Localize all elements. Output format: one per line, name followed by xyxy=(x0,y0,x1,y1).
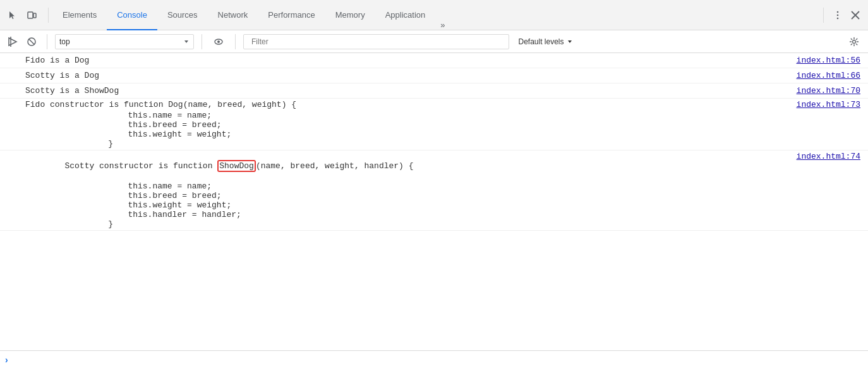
console-block-2-link[interactable]: index.html:74 xyxy=(792,150,868,163)
prompt-input[interactable] xyxy=(13,355,863,364)
filter-area xyxy=(243,34,509,49)
svg-marker-11 xyxy=(184,40,188,43)
gear-icon[interactable] xyxy=(845,34,863,49)
close-icon[interactable] xyxy=(848,8,863,23)
svg-point-15 xyxy=(853,40,856,43)
filter-input[interactable] xyxy=(246,34,506,49)
svg-point-13 xyxy=(217,40,220,43)
console-row-3-link[interactable]: index.html:70 xyxy=(792,85,868,97)
console-block-1-header: Fido constructor is function Dog(name, b… xyxy=(0,99,868,111)
console-block-1: Fido constructor is function Dog(name, b… xyxy=(0,99,868,150)
topbar-right xyxy=(819,8,863,23)
svg-line-10 xyxy=(29,39,35,44)
prompt-chevron-icon: › xyxy=(5,355,8,365)
console-row-2: Scotty is a Dog index.html:66 xyxy=(0,68,868,83)
levels-button[interactable]: Default levels xyxy=(513,34,577,49)
more-tabs-button[interactable]: » xyxy=(435,20,450,30)
console-block-2-header: Scotty constructor is function ShowDog(n… xyxy=(0,150,868,181)
svg-rect-0 xyxy=(28,12,33,18)
svg-rect-1 xyxy=(33,13,36,18)
console-output: Fido is a Dog index.html:56 Scotty is a … xyxy=(0,53,868,350)
cursor-icon[interactable] xyxy=(5,8,20,23)
topbar-divider xyxy=(48,8,49,23)
tab-memory[interactable]: Memory xyxy=(325,1,375,30)
svg-marker-7 xyxy=(9,38,16,46)
topbar-right-divider xyxy=(823,8,824,23)
execute-icon[interactable] xyxy=(5,34,20,49)
tab-console[interactable]: Console xyxy=(107,1,157,30)
console-row-3: Scotty is a ShowDog index.html:70 xyxy=(0,83,868,99)
tab-performance[interactable]: Performance xyxy=(258,1,325,30)
toolbar-divider2 xyxy=(202,34,202,49)
devtools-tabs: Elements Console Sources Network Perform… xyxy=(52,0,814,30)
console-row-2-link[interactable]: index.html:66 xyxy=(792,70,868,82)
toolbar-divider xyxy=(47,34,47,49)
console-block-2-header-pre: Scotty constructor is function xyxy=(64,161,217,171)
console-row-3-text: Scotty is a ShowDog xyxy=(0,85,792,97)
console-block-1-header-text: Fido constructor is function Dog(name, b… xyxy=(0,99,792,111)
svg-point-2 xyxy=(837,11,839,13)
svg-point-4 xyxy=(837,17,839,19)
toolbar-divider3 xyxy=(235,34,236,49)
device-toolbar-icon[interactable] xyxy=(24,8,39,23)
console-row-1: Fido is a Dog index.html:56 xyxy=(0,53,868,68)
console-block-2-header-post: (name, breed, weight, handler) { xyxy=(256,161,414,171)
tab-elements[interactable]: Elements xyxy=(52,1,107,30)
showdog-highlight: ShowDog xyxy=(217,160,256,172)
tab-application[interactable]: Application xyxy=(375,1,436,30)
console-toolbar: top Default levels xyxy=(0,30,868,53)
console-block-1-body: this.name = name; this.breed = breed; th… xyxy=(0,111,868,150)
tab-sources[interactable]: Sources xyxy=(157,1,208,30)
console-block-2-body: this.name = name; this.breed = breed; th… xyxy=(0,181,868,230)
devtools-topbar: Elements Console Sources Network Perform… xyxy=(0,0,868,30)
tab-network[interactable]: Network xyxy=(208,1,258,30)
context-selector[interactable]: top xyxy=(55,34,194,49)
svg-point-3 xyxy=(837,14,839,16)
console-block-2-header-text: Scotty constructor is function ShowDog(n… xyxy=(0,150,792,181)
block-icon[interactable] xyxy=(24,34,39,49)
eye-icon[interactable] xyxy=(210,34,227,49)
console-row-2-text: Scotty is a Dog xyxy=(0,70,792,82)
console-block-2: Scotty constructor is function ShowDog(n… xyxy=(0,150,868,231)
svg-marker-14 xyxy=(568,40,572,43)
console-toolbar-left xyxy=(5,34,39,49)
kebab-menu-icon[interactable] xyxy=(830,8,845,23)
console-row-1-link[interactable]: index.html:56 xyxy=(792,54,868,66)
console-prompt: › xyxy=(0,350,868,368)
console-row-1-text: Fido is a Dog xyxy=(0,54,792,66)
console-block-1-link[interactable]: index.html:73 xyxy=(792,99,868,111)
topbar-icons xyxy=(5,8,39,23)
